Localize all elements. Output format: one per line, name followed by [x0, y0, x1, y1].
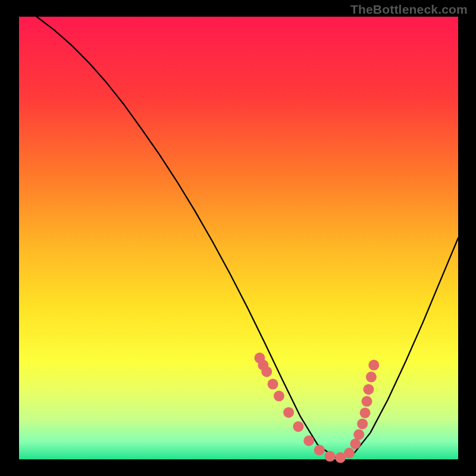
chart-stage: TheBottleneck.com: [0, 0, 476, 476]
curve-marker: [268, 379, 278, 390]
curve-marker: [363, 384, 374, 394]
curve-marker: [261, 367, 272, 377]
curve-marker: [293, 421, 303, 432]
plot-background: [19, 17, 458, 459]
curve-marker: [314, 444, 325, 455]
bottleneck-chart: [0, 0, 476, 476]
curve-marker: [362, 396, 372, 407]
curve-marker: [344, 448, 355, 459]
curve-marker: [368, 360, 379, 371]
curve-marker: [283, 407, 294, 418]
curve-marker: [353, 429, 364, 440]
watermark-text: TheBottleneck.com: [350, 2, 468, 17]
curve-marker: [357, 418, 368, 429]
curve-marker: [325, 451, 336, 462]
curve-marker: [360, 408, 371, 418]
curve-marker: [350, 439, 361, 449]
curve-marker: [274, 391, 284, 402]
curve-marker: [366, 372, 377, 383]
curve-marker: [303, 436, 314, 446]
